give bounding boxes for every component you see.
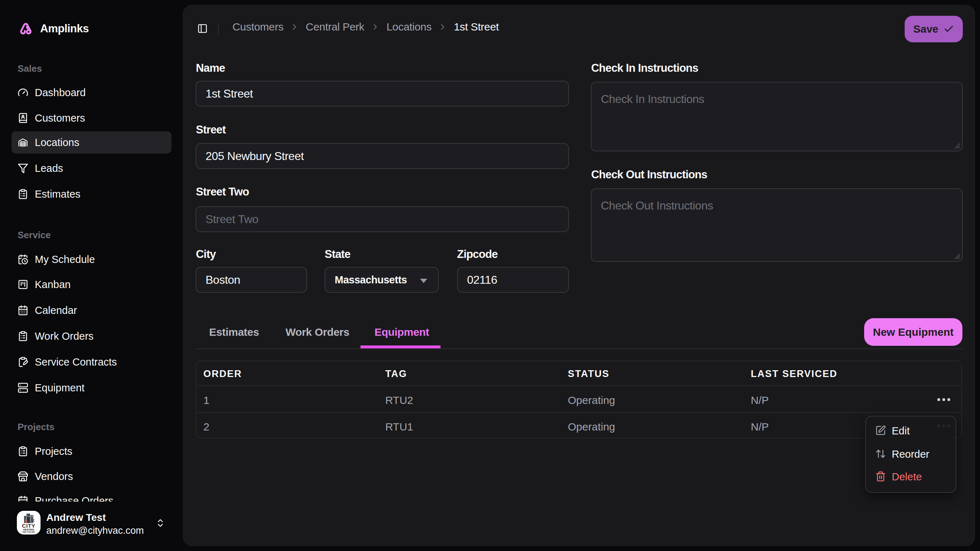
svg-text:AND COOLING: AND COOLING xyxy=(22,531,35,533)
svg-text:HEATING: HEATING xyxy=(23,529,35,531)
svg-text:CITY: CITY xyxy=(22,523,35,529)
